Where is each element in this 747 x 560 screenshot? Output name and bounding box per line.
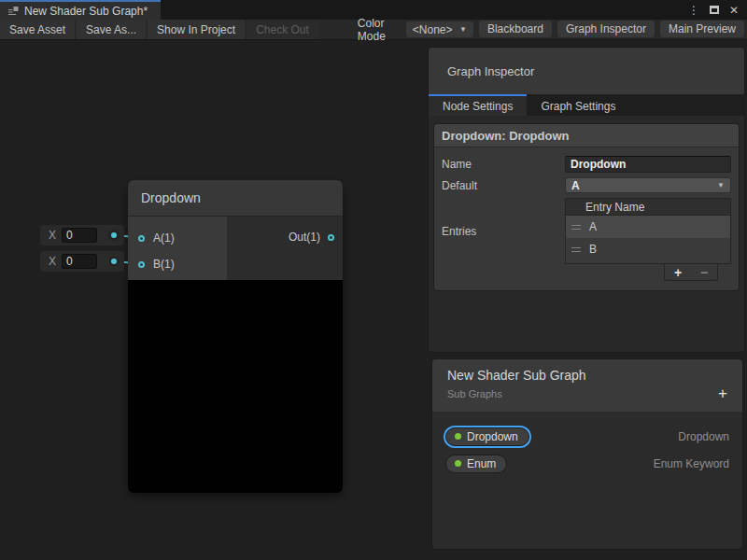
axis-label: X (49, 229, 56, 242)
value-field-b[interactable] (62, 254, 97, 269)
input-port-b-icon[interactable] (138, 261, 145, 268)
color-mode-value: <None> (413, 23, 453, 36)
entries-list-padding (566, 260, 730, 263)
property-type-label: Dropdown (678, 430, 729, 443)
entries-footer-buttons: + − (664, 264, 718, 281)
output-port-label: Out(1) (289, 231, 320, 244)
entry-row-b[interactable]: B (566, 238, 730, 260)
default-dropdown[interactable]: A ▼ (565, 177, 731, 193)
property-pill-label: Dropdown (467, 430, 518, 443)
axis-label: X (49, 255, 56, 268)
graph-canvas[interactable]: X X Dropdown A(1) B(1) (0, 40, 747, 560)
entries-row: Entries Entry Name A B (442, 198, 731, 264)
check-out-button[interactable]: Check Out (247, 20, 318, 39)
output-port-icon[interactable] (328, 234, 334, 241)
keyword-dot-icon (455, 433, 461, 440)
document-tab-label: New Shader Sub Graph* (24, 5, 148, 18)
entries-label: Entries (442, 198, 565, 264)
entries-footer: + − (565, 264, 718, 281)
entry-name: A (589, 220, 597, 233)
chevron-down-icon: ▼ (459, 25, 467, 34)
graph-inspector-panel: Graph Inspector Node Settings Graph Sett… (428, 47, 745, 353)
node-input-slots: A(1) B(1) (128, 217, 227, 280)
subgraph-icon (7, 6, 19, 17)
node-preview (128, 280, 343, 493)
blackboard-subtitle: Sub Graphs (447, 388, 502, 399)
save-asset-button[interactable]: Save Asset (0, 20, 75, 39)
name-row: Name (442, 156, 731, 173)
drag-handle-icon[interactable] (571, 247, 581, 252)
blackboard-header[interactable]: New Shader Sub Graph Sub Graphs + (432, 359, 742, 412)
document-tab[interactable]: New Shader Sub Graph* (0, 0, 161, 20)
node-title[interactable]: Dropdown (128, 180, 343, 217)
show-in-project-button[interactable]: Show In Project (148, 20, 245, 39)
name-input[interactable] (565, 156, 731, 173)
dropdown-node[interactable]: Dropdown A(1) B(1) Out(1) (128, 180, 343, 493)
entries-list-header: Entry Name (566, 199, 730, 216)
keyword-dot-icon (455, 460, 461, 467)
node-output-slots: Out(1) (227, 217, 343, 280)
maximize-icon[interactable] (710, 6, 719, 14)
save-as-button[interactable]: Save As... (77, 20, 146, 39)
remove-entry-button[interactable]: − (700, 266, 708, 279)
entries-list: Entry Name A B (565, 198, 731, 264)
settings-body: Name Default A ▼ Entries Entry Name (434, 147, 739, 290)
main-preview-toggle-button[interactable]: Main Preview (660, 21, 744, 37)
value-field-a[interactable] (62, 228, 97, 243)
input-widget-a: X (40, 225, 124, 245)
toolbar-toggles: Blackboard Graph Inspector Main Preview (473, 20, 747, 39)
name-label: Name (442, 158, 565, 171)
connector-dot-inner (111, 259, 117, 264)
tab-node-settings[interactable]: Node Settings (429, 94, 527, 116)
default-label: Default (442, 179, 565, 192)
add-entry-button[interactable]: + (674, 266, 682, 279)
property-pill-label: Enum (467, 457, 496, 470)
input-port-a-icon[interactable] (138, 235, 145, 242)
connector-dot-a[interactable] (108, 230, 120, 241)
color-mode-dropdown[interactable]: <None> ▼ (406, 21, 473, 37)
shader-graph-window: New Shader Sub Graph* ⋮ ✕ Save Asset Sav… (0, 0, 747, 560)
blackboard-items: Dropdown Dropdown Enum Enum Keyword (432, 412, 742, 477)
inspector-tab-bar: Node Settings Graph Settings (429, 94, 744, 116)
blackboard-item-dropdown: Dropdown Dropdown (445, 423, 729, 450)
blackboard-toggle-button[interactable]: Blackboard (479, 21, 552, 37)
property-pill-enum[interactable]: Enum (445, 455, 507, 473)
tab-graph-settings[interactable]: Graph Settings (527, 94, 629, 116)
entry-name: B (589, 243, 597, 256)
node-settings-box: Dropdown: Dropdown Name Default A ▼ (433, 123, 740, 291)
input-widget-b: X (40, 251, 124, 272)
node-body: A(1) B(1) Out(1) (128, 217, 343, 280)
graph-inspector-toggle-button[interactable]: Graph Inspector (557, 21, 655, 37)
graph-toolbar: Save Asset Save As... Show In Project Ch… (0, 20, 747, 40)
entry-row-a[interactable]: A (566, 216, 730, 238)
blackboard-item-enum: Enum Enum Keyword (445, 450, 729, 477)
chevron-down-icon: ▼ (717, 181, 725, 189)
blackboard-subrow: Sub Graphs + (447, 387, 727, 400)
input-port-b-label: B(1) (153, 258, 175, 271)
input-port-row-a: A(1) (128, 225, 227, 251)
output-port-row: Out(1) (289, 231, 334, 244)
input-port-a-label: A(1) (153, 231, 175, 245)
add-property-button[interactable]: + (718, 387, 727, 400)
default-row: Default A ▼ (442, 177, 731, 193)
window-controls: ⋮ ✕ (688, 0, 747, 20)
property-type-label: Enum Keyword (654, 457, 729, 470)
drag-handle-icon[interactable] (571, 225, 581, 230)
window-menu-icon[interactable]: ⋮ (688, 4, 699, 17)
color-mode-label: Color Mode (350, 20, 406, 39)
blackboard-title: New Shader Sub Graph (447, 368, 727, 383)
settings-section-title: Dropdown: Dropdown (434, 124, 739, 147)
inspector-header[interactable]: Graph Inspector (429, 48, 744, 94)
property-pill-dropdown[interactable]: Dropdown (445, 427, 529, 446)
connector-dot-inner (111, 232, 117, 238)
inspector-title: Graph Inspector (447, 64, 534, 78)
default-dropdown-value: A (571, 179, 580, 192)
blackboard-panel: New Shader Sub Graph Sub Graphs + Dropdo… (431, 358, 743, 550)
input-port-row-b: B(1) (128, 251, 227, 277)
connector-dot-b[interactable] (108, 256, 120, 267)
close-icon[interactable]: ✕ (729, 4, 739, 17)
